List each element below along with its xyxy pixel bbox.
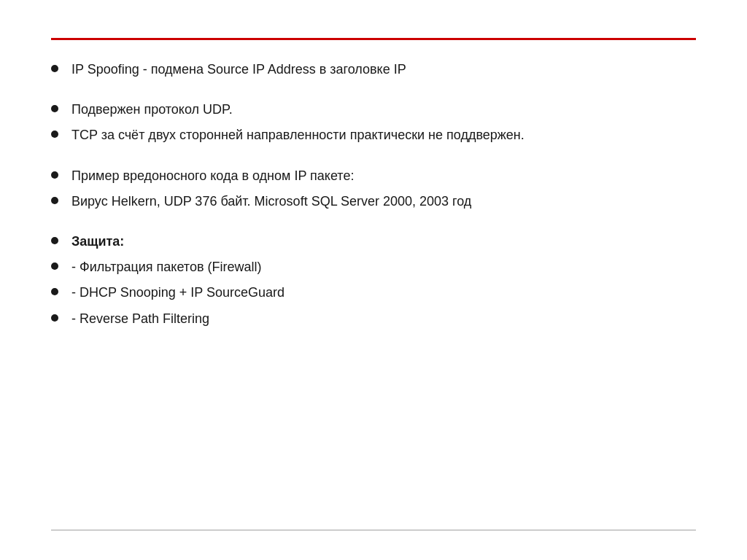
bullet-item: Защита: [51, 233, 696, 251]
bullet-dot [51, 314, 58, 322]
bullet-item: Вирус Helkern, UDP 376 байт. Microsoft S… [51, 192, 696, 211]
slide: IP Spoofing - подмена Source IP Address … [0, 0, 747, 560]
bullet-text: Защита: [71, 233, 696, 251]
bullet-item: Пример вредоносного кода в одном IP паке… [51, 167, 696, 185]
bullet-dot [51, 65, 58, 72]
bullet-text: Вирус Helkern, UDP 376 байт. Microsoft S… [71, 192, 696, 211]
bullet-item: Подвержен протокол UDP. [51, 101, 696, 119]
bullet-dot [51, 288, 58, 295]
bullet-text: - DHCP Snooping + IP SourceGuard [71, 284, 696, 302]
bullet-item: - DHCP Snooping + IP SourceGuard [51, 284, 696, 302]
bullet-dot [51, 237, 58, 244]
bullet-item: - Reverse Path Filtering [51, 310, 696, 328]
bullet-dot [51, 197, 58, 204]
bullet-text: Пример вредоносного кода в одном IP паке… [71, 167, 696, 185]
bullet-text: - Reverse Path Filtering [71, 310, 696, 328]
bullet-text: IP Spoofing - подмена Source IP Address … [71, 61, 696, 79]
bullet-item: IP Spoofing - подмена Source IP Address … [51, 61, 696, 79]
red-divider [51, 38, 696, 40]
bullet-text: - Фильтрация пакетов (Firewall) [71, 258, 696, 276]
bullet-dot [51, 171, 58, 179]
bullet-dot [51, 105, 58, 112]
bullet-dot [51, 131, 58, 138]
spacer-4 [51, 152, 696, 167]
bullet-dot [51, 262, 58, 270]
title-section [51, 29, 696, 55]
spacer-7 [51, 218, 696, 233]
bullet-item: TCP за счёт двух сторонней направленност… [51, 126, 696, 144]
bullet-list: IP Spoofing - подмена Source IP Address … [51, 61, 696, 335]
bullet-text: TCP за счёт двух сторонней направленност… [71, 126, 696, 144]
bottom-divider [51, 529, 696, 531]
content-area: IP Spoofing - подмена Source IP Address … [51, 61, 696, 529]
spacer-1 [51, 86, 696, 101]
bullet-text: Подвержен протокол UDP. [71, 101, 696, 119]
bullet-item: - Фильтрация пакетов (Firewall) [51, 258, 696, 276]
